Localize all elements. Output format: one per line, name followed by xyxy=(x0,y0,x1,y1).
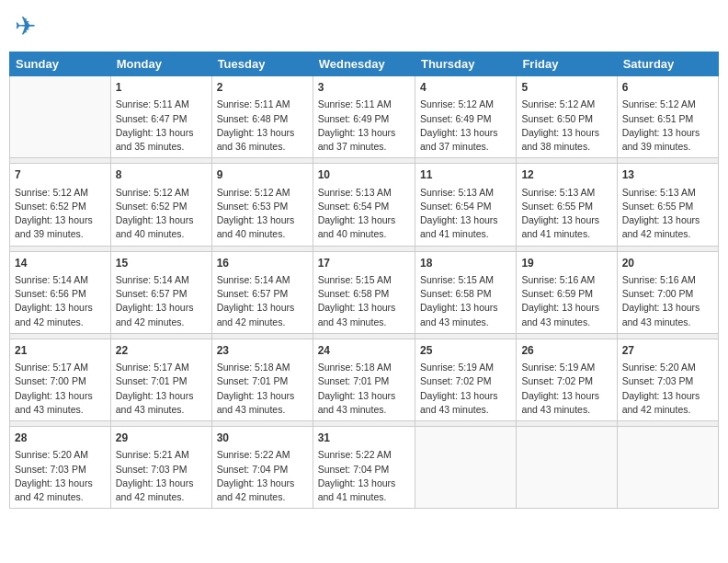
day-number: 15 xyxy=(116,256,207,271)
daylight-text: Daylight: 13 hours and 42 minutes. xyxy=(116,302,194,327)
calendar-cell xyxy=(10,76,111,158)
page-header: ✈ xyxy=(9,9,719,46)
sunrise-text: Sunrise: 5:12 AM xyxy=(15,187,88,198)
day-number: 30 xyxy=(217,431,308,446)
day-header-sunday: Sunday xyxy=(10,52,111,76)
calendar-week-row: 7Sunrise: 5:12 AMSunset: 6:52 PMDaylight… xyxy=(10,164,719,246)
sunrise-text: Sunrise: 5:20 AM xyxy=(622,362,696,373)
calendar-cell: 24Sunrise: 5:18 AMSunset: 7:01 PMDayligh… xyxy=(313,339,415,420)
sunset-text: Sunset: 6:55 PM xyxy=(622,201,694,212)
sunrise-text: Sunrise: 5:14 AM xyxy=(15,274,88,285)
sunrise-text: Sunrise: 5:20 AM xyxy=(15,449,88,460)
day-number: 2 xyxy=(217,80,308,96)
sunset-text: Sunset: 6:53 PM xyxy=(217,201,289,212)
sunrise-text: Sunrise: 5:14 AM xyxy=(217,274,290,285)
daylight-text: Daylight: 13 hours and 40 minutes. xyxy=(217,214,295,239)
sunrise-text: Sunrise: 5:18 AM xyxy=(217,362,290,373)
calendar-cell: 13Sunrise: 5:13 AMSunset: 6:55 PMDayligh… xyxy=(617,164,718,246)
sunset-text: Sunset: 6:51 PM xyxy=(622,113,694,124)
calendar-week-row: 28Sunrise: 5:20 AMSunset: 7:03 PMDayligh… xyxy=(10,427,719,509)
calendar-week-row: 21Sunrise: 5:17 AMSunset: 7:00 PMDayligh… xyxy=(10,339,719,420)
day-number: 1 xyxy=(116,80,207,96)
sunset-text: Sunset: 7:01 PM xyxy=(116,375,188,386)
daylight-text: Daylight: 13 hours and 37 minutes. xyxy=(420,127,498,152)
sunset-text: Sunset: 7:03 PM xyxy=(622,375,694,386)
daylight-text: Daylight: 13 hours and 42 minutes. xyxy=(622,214,700,239)
daylight-text: Daylight: 13 hours and 41 minutes. xyxy=(420,214,498,239)
sunset-text: Sunset: 6:50 PM xyxy=(521,113,593,124)
daylight-text: Daylight: 13 hours and 43 minutes. xyxy=(217,390,295,415)
sunset-text: Sunset: 6:58 PM xyxy=(420,288,492,299)
day-number: 3 xyxy=(318,80,410,96)
calendar-cell: 5Sunrise: 5:12 AMSunset: 6:50 PMDaylight… xyxy=(517,76,617,158)
calendar-cell: 11Sunrise: 5:13 AMSunset: 6:54 PMDayligh… xyxy=(415,164,516,246)
daylight-text: Daylight: 13 hours and 43 minutes. xyxy=(521,302,599,327)
sunset-text: Sunset: 6:58 PM xyxy=(318,288,390,299)
day-number: 6 xyxy=(622,80,713,96)
calendar-cell: 3Sunrise: 5:11 AMSunset: 6:49 PMDaylight… xyxy=(313,76,415,158)
sunrise-text: Sunrise: 5:12 AM xyxy=(420,98,494,109)
sunrise-text: Sunrise: 5:12 AM xyxy=(217,187,290,198)
sunrise-text: Sunrise: 5:12 AM xyxy=(116,187,189,198)
sunrise-text: Sunrise: 5:11 AM xyxy=(217,98,290,109)
calendar-cell: 29Sunrise: 5:21 AMSunset: 7:03 PMDayligh… xyxy=(110,427,211,509)
daylight-text: Daylight: 13 hours and 39 minutes. xyxy=(622,127,700,152)
calendar-cell xyxy=(517,427,617,509)
day-number: 7 xyxy=(15,167,106,183)
calendar-week-row: 1Sunrise: 5:11 AMSunset: 6:47 PMDaylight… xyxy=(10,76,719,158)
daylight-text: Daylight: 13 hours and 42 minutes. xyxy=(217,302,295,327)
calendar-header-row: SundayMondayTuesdayWednesdayThursdayFrid… xyxy=(10,52,719,76)
sunset-text: Sunset: 6:49 PM xyxy=(420,113,492,124)
sunrise-text: Sunrise: 5:13 AM xyxy=(420,187,494,198)
sunrise-text: Sunrise: 5:22 AM xyxy=(217,449,290,460)
day-number: 24 xyxy=(318,343,410,359)
calendar-cell: 22Sunrise: 5:17 AMSunset: 7:01 PMDayligh… xyxy=(110,339,211,420)
calendar-cell: 8Sunrise: 5:12 AMSunset: 6:52 PMDaylight… xyxy=(110,164,211,246)
day-header-tuesday: Tuesday xyxy=(211,52,313,76)
sunrise-text: Sunrise: 5:15 AM xyxy=(318,274,392,285)
sunrise-text: Sunrise: 5:13 AM xyxy=(521,187,595,198)
logo: ✈ xyxy=(13,9,50,46)
day-number: 16 xyxy=(217,256,308,271)
sunset-text: Sunset: 6:48 PM xyxy=(217,113,289,124)
day-number: 23 xyxy=(217,343,308,359)
calendar-table: SundayMondayTuesdayWednesdayThursdayFrid… xyxy=(9,52,719,509)
calendar-cell: 17Sunrise: 5:15 AMSunset: 6:58 PMDayligh… xyxy=(313,251,415,333)
sunrise-text: Sunrise: 5:11 AM xyxy=(116,98,189,109)
calendar-week-row: 14Sunrise: 5:14 AMSunset: 6:56 PMDayligh… xyxy=(10,251,719,333)
sunset-text: Sunset: 6:54 PM xyxy=(318,201,390,212)
calendar-cell: 4Sunrise: 5:12 AMSunset: 6:49 PMDaylight… xyxy=(415,76,516,158)
daylight-text: Daylight: 13 hours and 38 minutes. xyxy=(521,127,599,152)
day-number: 25 xyxy=(420,343,511,359)
calendar-cell: 6Sunrise: 5:12 AMSunset: 6:51 PMDaylight… xyxy=(617,76,718,158)
daylight-text: Daylight: 13 hours and 36 minutes. xyxy=(217,127,295,152)
sunset-text: Sunset: 7:03 PM xyxy=(15,464,86,475)
daylight-text: Daylight: 13 hours and 40 minutes. xyxy=(116,214,194,239)
sunrise-text: Sunrise: 5:15 AM xyxy=(420,274,494,285)
day-number: 13 xyxy=(622,167,713,183)
day-number: 9 xyxy=(217,167,308,183)
day-number: 31 xyxy=(318,431,410,446)
sunset-text: Sunset: 7:04 PM xyxy=(318,464,390,475)
calendar-cell: 26Sunrise: 5:19 AMSunset: 7:02 PMDayligh… xyxy=(517,339,617,420)
sunset-text: Sunset: 6:57 PM xyxy=(116,288,188,299)
logo-icon: ✈ xyxy=(13,9,46,46)
daylight-text: Daylight: 13 hours and 42 minutes. xyxy=(217,477,295,502)
daylight-text: Daylight: 13 hours and 42 minutes. xyxy=(116,477,194,502)
day-header-friday: Friday xyxy=(517,52,617,76)
sunrise-text: Sunrise: 5:21 AM xyxy=(116,449,189,460)
daylight-text: Daylight: 13 hours and 43 minutes. xyxy=(521,390,599,415)
sunrise-text: Sunrise: 5:22 AM xyxy=(318,449,392,460)
day-number: 26 xyxy=(521,343,611,359)
calendar-cell: 9Sunrise: 5:12 AMSunset: 6:53 PMDaylight… xyxy=(211,164,313,246)
sunset-text: Sunset: 7:02 PM xyxy=(420,375,492,386)
daylight-text: Daylight: 13 hours and 43 minutes. xyxy=(15,390,93,415)
calendar-cell: 18Sunrise: 5:15 AMSunset: 6:58 PMDayligh… xyxy=(415,251,516,333)
calendar-cell: 28Sunrise: 5:20 AMSunset: 7:03 PMDayligh… xyxy=(10,427,111,509)
daylight-text: Daylight: 13 hours and 42 minutes. xyxy=(15,302,93,327)
sunrise-text: Sunrise: 5:16 AM xyxy=(622,274,696,285)
sunrise-text: Sunrise: 5:18 AM xyxy=(318,362,392,373)
day-number: 11 xyxy=(420,167,511,183)
day-number: 21 xyxy=(15,343,106,359)
calendar-cell xyxy=(415,427,516,509)
